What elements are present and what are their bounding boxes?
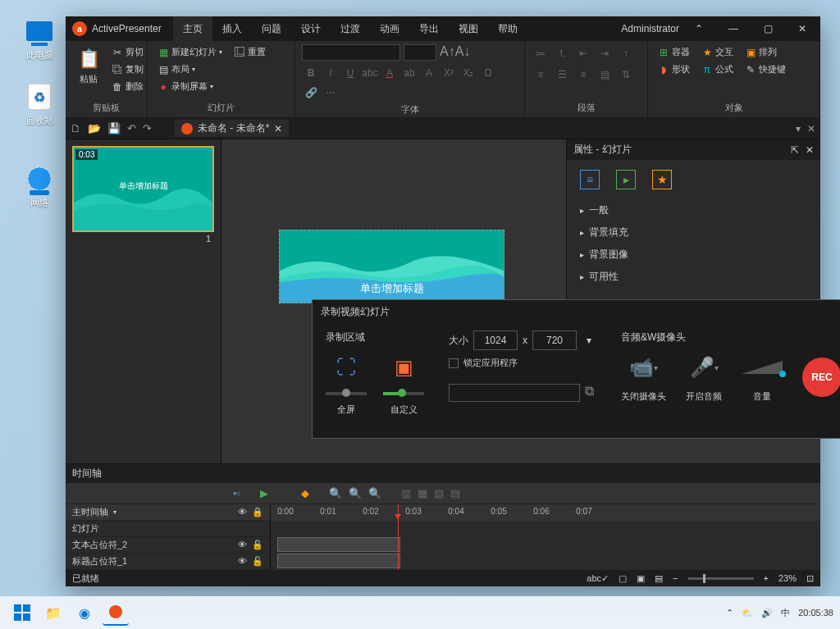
zoom-in-button[interactable]: + — [764, 573, 769, 583]
tab-design[interactable]: 设计 — [291, 16, 331, 41]
visibility-icon[interactable]: 👁 — [238, 507, 247, 517]
zoom-level[interactable]: 23% — [778, 573, 797, 583]
rec-fullscreen-option[interactable]: ⛶ 全屏 — [326, 351, 367, 416]
tl-marker-button[interactable]: ◆ — [301, 487, 309, 499]
container-button[interactable]: ⊞容器 — [655, 44, 693, 60]
props-item-availability[interactable]: 可用性 — [577, 266, 810, 288]
superscript-button[interactable]: X² — [440, 64, 458, 82]
maximize-button[interactable]: ▢ — [753, 17, 783, 40]
tab-animation[interactable]: 动画 — [370, 16, 409, 41]
font-color-button[interactable]: A — [381, 64, 399, 82]
indent-button[interactable]: ⇥ — [596, 44, 614, 62]
visibility-icon[interactable]: 👁 — [238, 556, 247, 567]
tray-chevron-icon[interactable]: ⌃ — [726, 608, 733, 618]
record-button[interactable]: REC — [802, 358, 840, 397]
zoom-out-button[interactable]: − — [673, 573, 678, 583]
start-button[interactable] — [9, 599, 35, 626]
bold-button[interactable]: B — [302, 64, 320, 82]
canvas-area[interactable]: 单击增加标题 属性 - 幻灯片 ⇱✕ ≡ ▸ ★ 一般 背景填充 背景图像 可用… — [221, 139, 820, 463]
fit-button[interactable]: ⊡ — [806, 573, 814, 584]
tray-ime[interactable]: 中 — [781, 607, 790, 619]
open-file-button[interactable]: 📂 — [88, 122, 101, 134]
font-grow-button[interactable]: A↑ — [440, 44, 455, 61]
font-shrink-button[interactable]: A↓ — [455, 44, 471, 61]
align-right-button[interactable]: ≡ — [574, 66, 592, 84]
lock-icon[interactable]: 🔒 — [252, 507, 263, 517]
record-screen-button[interactable]: ●录制屏幕▾ — [154, 79, 288, 94]
tl-snap-button[interactable]: ▪▫ — [233, 487, 240, 499]
tab-insert[interactable]: 插入 — [212, 16, 252, 41]
highlight-button[interactable]: ab — [400, 64, 418, 82]
close-button[interactable]: ✕ — [788, 17, 817, 40]
numbering-button[interactable]: ⒈ — [553, 44, 571, 62]
tray-volume-icon[interactable]: 🔊 — [761, 608, 773, 618]
zoom-slider[interactable] — [688, 577, 754, 580]
shortcut-button[interactable]: ✎快捷键 — [742, 62, 789, 77]
text-direction-button[interactable]: ⇅ — [617, 66, 635, 84]
paste-button[interactable]: 📋粘贴 — [72, 44, 105, 100]
view-slides-button[interactable]: ▣ — [637, 573, 645, 584]
tab-transition[interactable]: 过渡 — [331, 16, 370, 41]
align-left-button[interactable]: ≡ — [532, 66, 550, 84]
tl-group-button[interactable]: ▦ — [418, 487, 427, 499]
tab-view[interactable]: 视图 — [449, 16, 488, 41]
shape-button[interactable]: ◗形状 — [655, 62, 693, 77]
props-tab-general[interactable]: ≡ — [580, 170, 600, 189]
tl-play-button[interactable]: ▶ — [260, 487, 268, 499]
new-file-button[interactable]: 🗋 — [71, 122, 81, 134]
panel-close-button[interactable]: ✕ — [807, 123, 815, 134]
document-tab[interactable]: 未命名 - 未命名* ✕ — [175, 120, 289, 137]
timeline-ruler[interactable]: 0:00 0:01 0:02 0:03 0:04 0:05 0:06 0:07 — [271, 504, 820, 570]
desktop-icon-pc[interactable]: 此电脑 — [15, 16, 64, 62]
ribbon-toggle-button[interactable]: ⌃ — [684, 17, 714, 40]
tl-more-button[interactable]: ▤ — [450, 487, 460, 499]
tl-zoom-fit-button[interactable]: 🔍 — [368, 487, 381, 499]
props-close-button[interactable]: ✕ — [806, 144, 814, 156]
interact-button[interactable]: ★交互 — [698, 44, 737, 60]
tray-clock[interactable]: 20:05:38 — [798, 608, 833, 618]
ruler-head[interactable]: 0:00 0:01 0:02 0:03 0:04 0:05 0:06 0:07 — [271, 504, 820, 521]
view-present-button[interactable]: ▤ — [655, 573, 663, 584]
tab-home[interactable]: 主页 — [173, 16, 212, 41]
more-font-button[interactable]: ⋯ — [322, 84, 340, 102]
delete-button[interactable]: 🗑删除 — [108, 79, 147, 94]
align-center-button[interactable]: ☰ — [553, 66, 571, 84]
formula-button[interactable]: π公式 — [698, 62, 737, 77]
activepresenter-taskbar[interactable] — [103, 599, 129, 626]
rec-custom-option[interactable]: ▣ 自定义 — [383, 351, 424, 416]
new-slide-button[interactable]: ▦新建幻灯片▾ — [154, 44, 226, 60]
tab-help[interactable]: 帮助 — [488, 16, 527, 41]
spellcheck-button[interactable]: abc✓ — [587, 573, 609, 584]
minimize-button[interactable]: — — [719, 17, 748, 40]
tl-zoom-in-button[interactable]: 🔍 — [329, 487, 342, 499]
props-pin-button[interactable]: ⇱ — [791, 144, 799, 156]
redo-button[interactable]: ↷ — [143, 122, 152, 134]
panel-menu-button[interactable]: ▾ — [796, 123, 801, 134]
close-doc-button[interactable]: ✕ — [274, 123, 282, 134]
subscript-button[interactable]: X₂ — [459, 64, 477, 82]
strikethrough-button[interactable]: abc — [361, 64, 379, 82]
lock-icon[interactable]: 🔓 — [252, 540, 263, 550]
rec-width-input[interactable] — [473, 330, 518, 350]
tray-cloud-icon[interactable]: ⛅ — [742, 608, 753, 618]
font-size-select[interactable] — [404, 44, 436, 61]
clip-title[interactable] — [277, 554, 400, 568]
arrange-button[interactable]: ▣排列 — [742, 44, 780, 60]
track-text-placeholder[interactable]: 文本占位符_2👁🔓 — [66, 537, 270, 554]
props-tab-media[interactable]: ▸ — [616, 170, 636, 189]
rec-camera-item[interactable]: 📹▾ 关闭摄像头 — [621, 351, 666, 403]
clip-text[interactable] — [277, 537, 400, 552]
tl-split-button[interactable]: ▥ — [401, 487, 411, 499]
rec-volume-item[interactable]: 音量 — [742, 351, 783, 403]
bullets-button[interactable]: ≔ — [532, 44, 550, 62]
align-justify-button[interactable]: ▤ — [596, 66, 614, 84]
omega-button[interactable]: Ω — [479, 64, 497, 82]
cut-button[interactable]: ✂剪切 — [108, 44, 147, 60]
track-title-placeholder[interactable]: 标题占位符_1👁🔓 — [66, 554, 270, 570]
font-family-select[interactable] — [302, 44, 400, 61]
outdent-button[interactable]: ⇤ — [574, 44, 592, 62]
fullscreen-toggle[interactable] — [326, 392, 367, 395]
underline-button[interactable]: U — [341, 64, 359, 82]
desktop-icon-network[interactable]: 网络 — [15, 164, 64, 209]
tab-export[interactable]: 导出 — [409, 16, 449, 41]
